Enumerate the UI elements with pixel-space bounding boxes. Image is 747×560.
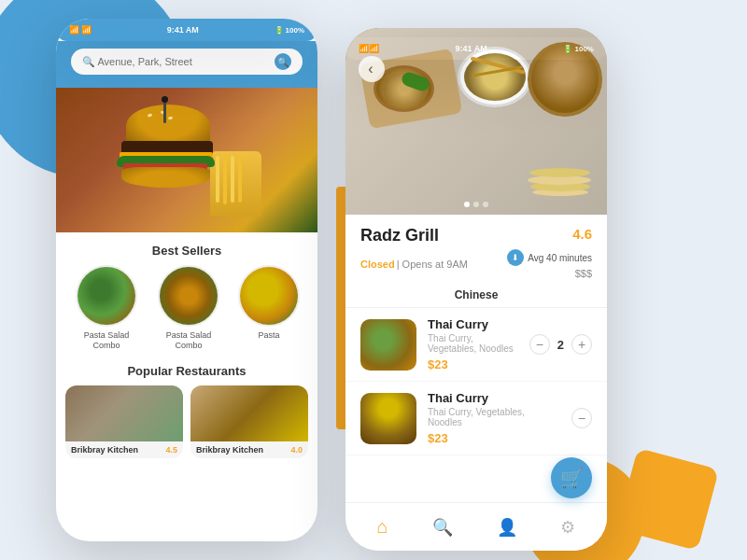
left-status-bar: 📶 📶 9:41 AM 🔋 100% bbox=[56, 19, 317, 41]
nav-profile[interactable]: 👤 bbox=[486, 513, 529, 541]
food-label-3: Pasta bbox=[258, 330, 279, 341]
restaurant-info-1: Brikbray Kitchen 4.5 bbox=[65, 441, 183, 458]
best-sellers-list: Pasta Salad Combo Pasta Salad Combo Past… bbox=[56, 265, 317, 358]
menu-name-2: Thai Curry bbox=[428, 391, 560, 405]
food-label-2: Pasta Salad Combo bbox=[156, 330, 221, 351]
quantity-value-1: 2 bbox=[557, 338, 564, 352]
restaurant-img-1 bbox=[65, 385, 183, 441]
hero-food-image bbox=[56, 88, 317, 232]
home-icon: ⌂ bbox=[376, 516, 388, 538]
popular-title: Popular Restaurants bbox=[56, 358, 317, 385]
left-time: 9:41 AM bbox=[167, 25, 199, 35]
time-icon: ⬇ bbox=[507, 249, 524, 266]
detail-header: Radz Grill 4.6 bbox=[360, 226, 592, 245]
restaurant-name-2: Brikbray Kitchen bbox=[196, 445, 263, 455]
menu-name-1: Thai Curry bbox=[428, 317, 518, 331]
search-icon: 🔍 bbox=[275, 53, 291, 70]
menu-item-info-1: Thai Curry Thai Curry, Vegetables, Noodl… bbox=[428, 317, 518, 371]
menu-item-2: Thai Curry Thai Curry, Vegetables, Noodl… bbox=[345, 382, 607, 455]
dot-1 bbox=[464, 202, 470, 207]
menu-desc-1: Thai Curry, Vegetables, Noodles bbox=[428, 333, 518, 354]
cart-button[interactable]: 🛒 bbox=[551, 457, 592, 498]
restaurant-img-2 bbox=[190, 385, 308, 441]
opens-text: | Opens at 9AM bbox=[397, 259, 468, 270]
burger-visual bbox=[56, 88, 317, 232]
food-circle-1 bbox=[76, 265, 137, 327]
quantity-decrease-2[interactable]: − bbox=[571, 408, 592, 428]
price-range: $$$ bbox=[575, 268, 592, 279]
status-closed: Closed bbox=[360, 259, 395, 270]
search-area: 🔍 bbox=[56, 41, 317, 88]
menu-item-img-1 bbox=[360, 319, 416, 371]
right-time: 9:41 AM bbox=[456, 44, 487, 53]
restaurant-rating-1: 4.5 bbox=[165, 445, 177, 455]
rating-number: 4.6 bbox=[572, 226, 592, 242]
search-box[interactable]: 🔍 bbox=[71, 49, 303, 75]
best-sellers-title: Best Sellers bbox=[56, 232, 317, 265]
back-button[interactable]: ‹ bbox=[359, 56, 385, 82]
restaurant-name: Radz Grill bbox=[360, 226, 439, 245]
restaurant-card-2[interactable]: Brikbray Kitchen 4.0 bbox=[190, 385, 308, 458]
dot-3 bbox=[483, 202, 488, 207]
food-circle-2 bbox=[158, 265, 219, 327]
menu-food-visual-2 bbox=[360, 393, 416, 444]
nav-settings[interactable]: ⚙ bbox=[549, 513, 586, 541]
bottom-navigation: ⌂ 🔍 👤 ⚙ bbox=[345, 502, 607, 551]
restaurant-grid: Brikbray Kitchen 4.5 Brikbray Kitchen 4.… bbox=[56, 385, 317, 458]
restaurant-name-1: Brikbray Kitchen bbox=[71, 445, 138, 455]
cart-icon: 🛒 bbox=[560, 467, 584, 489]
nav-home[interactable]: ⌂ bbox=[365, 512, 399, 541]
quantity-decrease-1[interactable]: − bbox=[529, 334, 550, 355]
quantity-control-1: − 2 + bbox=[529, 334, 592, 355]
restaurant-info-2: Brikbray Kitchen 4.0 bbox=[190, 441, 308, 458]
settings-icon: ⚙ bbox=[560, 517, 575, 538]
menu-item-img-2 bbox=[360, 393, 416, 444]
back-icon: ‹ bbox=[368, 61, 373, 77]
rating-badge: 4.6 bbox=[572, 226, 592, 242]
left-signal: 📶 📶 bbox=[69, 25, 92, 35]
restaurant-detail: Radz Grill 4.6 Closed | Opens at 9AM ⬇ A… bbox=[345, 215, 607, 279]
phone-right: 📶📶 9:41 AM 🔋 100% bbox=[345, 28, 607, 551]
status-row: Closed | Opens at 9AM ⬇ Avg 40 minutes $… bbox=[360, 249, 592, 279]
menu-price-2: $23 bbox=[428, 431, 560, 445]
delivery-time: ⬇ Avg 40 minutes bbox=[507, 249, 592, 266]
list-item[interactable]: Pasta bbox=[238, 265, 300, 351]
right-status-bar: 📶📶 9:41 AM 🔋 100% bbox=[345, 37, 607, 60]
nav-search[interactable]: 🔍 bbox=[421, 513, 464, 541]
food-circle-3 bbox=[238, 265, 300, 327]
menu-desc-2: Thai Curry, Vegetables, Noodles bbox=[428, 407, 560, 427]
list-item[interactable]: Pasta Salad Combo bbox=[74, 265, 139, 351]
phone-left: 📶 📶 9:41 AM 🔋 100% 🔍 bbox=[56, 19, 317, 541]
quantity-increase-1[interactable]: + bbox=[571, 334, 592, 355]
menu-item-1: Thai Curry Thai Curry, Vegetables, Noodl… bbox=[345, 308, 607, 382]
dot-2 bbox=[473, 202, 479, 207]
menu-price-1: $23 bbox=[428, 357, 518, 371]
phones-container: 📶 📶 9:41 AM 🔋 100% 🔍 bbox=[56, 19, 607, 551]
right-battery: 🔋 100% bbox=[563, 45, 594, 53]
search-input[interactable] bbox=[82, 56, 269, 67]
menu-item-info-2: Thai Curry Thai Curry, Vegetables, Noodl… bbox=[428, 391, 560, 445]
list-item[interactable]: Pasta Salad Combo bbox=[156, 265, 221, 351]
menu-food-visual-1 bbox=[360, 319, 416, 371]
profile-icon: 👤 bbox=[497, 517, 517, 538]
image-dots bbox=[464, 202, 488, 207]
restaurant-card-1[interactable]: Brikbray Kitchen 4.5 bbox=[65, 385, 183, 458]
left-battery: 🔋 100% bbox=[275, 26, 304, 35]
search-nav-icon: 🔍 bbox=[432, 517, 453, 538]
cuisine-label: Chinese bbox=[345, 281, 607, 308]
restaurant-rating-2: 4.0 bbox=[290, 445, 303, 455]
food-label-1: Pasta Salad Combo bbox=[74, 330, 139, 351]
right-signal: 📶📶 bbox=[359, 44, 379, 53]
quantity-control-2: − bbox=[571, 408, 592, 428]
